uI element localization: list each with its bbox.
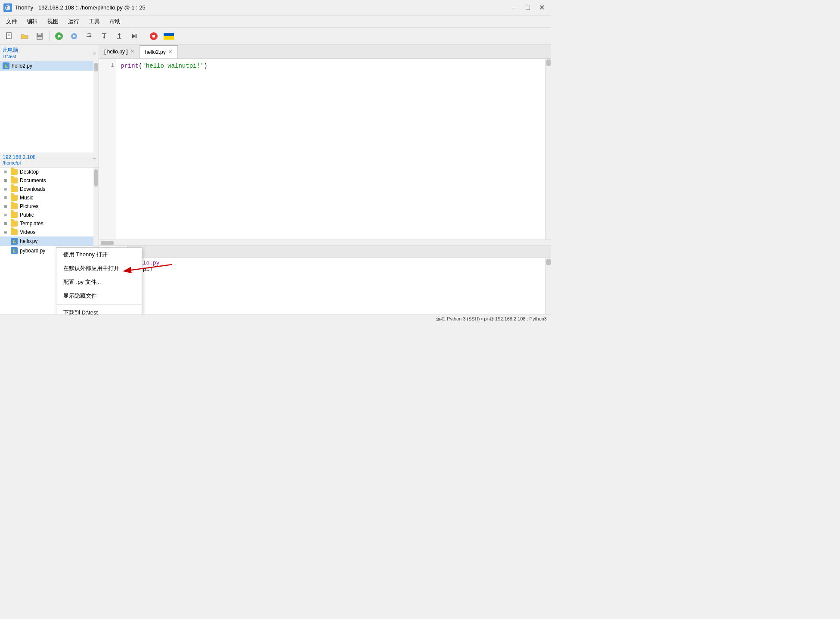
file-item-documents[interactable]: ⊞ Documents bbox=[0, 176, 93, 185]
remote-subtitle: /home/pi bbox=[3, 160, 36, 165]
right-panel: [ hello.py ] ✕ hello2.py ✕ 1 print('hell bbox=[99, 45, 551, 314]
ctx-open-external[interactable]: 在默认外部应用中打开 bbox=[56, 261, 142, 275]
folder-name: Pictures bbox=[20, 203, 38, 209]
folder-icon bbox=[11, 195, 18, 201]
svg-marker-15 bbox=[118, 33, 121, 35]
context-menu: 使用 Thonny 打开 在默认外部应用中打开 配置 .py 文件... 显示隐… bbox=[56, 247, 142, 314]
menu-edit[interactable]: 编辑 bbox=[22, 16, 42, 27]
file-item-music[interactable]: ⊞ Music bbox=[0, 193, 93, 202]
folder-name: Music bbox=[20, 195, 33, 201]
local-subtitle: D:\test bbox=[3, 54, 18, 59]
window-title: Thonny - 192.168.2.108 :: /home/pi/hello… bbox=[15, 4, 146, 11]
status-text: 远程 Python 3 (SSH) • pi @ 192.168.2.108 :… bbox=[436, 316, 547, 322]
expand-icon[interactable]: ⊞ bbox=[3, 195, 9, 201]
menu-file[interactable]: 文件 bbox=[2, 16, 22, 27]
shell-content[interactable]: >>> %Run hello.py hello walnutpi! >> bbox=[99, 258, 545, 314]
flag-button[interactable] bbox=[162, 29, 176, 43]
expand-icon[interactable]: ⊞ bbox=[3, 203, 9, 209]
py-file-icon: 🐍 bbox=[3, 62, 9, 69]
svg-marker-13 bbox=[103, 37, 105, 39]
remote-title[interactable]: 192.168.2.108 bbox=[3, 154, 36, 160]
open-button[interactable] bbox=[18, 29, 31, 43]
ctx-configure-py[interactable]: 配置 .py 文件... bbox=[56, 275, 142, 289]
file-item-desktop[interactable]: ⊞ Desktop bbox=[0, 168, 93, 176]
folder-name: Public bbox=[20, 212, 34, 218]
editor-hscrollbar[interactable] bbox=[99, 240, 551, 246]
expand-icon[interactable]: ⊞ bbox=[3, 212, 9, 218]
step-into-button[interactable] bbox=[97, 29, 111, 43]
ctx-download[interactable]: 下载到 D:\test bbox=[56, 306, 142, 314]
expand-icon[interactable]: ⊞ bbox=[3, 229, 9, 235]
code-line-1: print('hello walnutpi!') bbox=[121, 61, 541, 71]
ctx-separator-1 bbox=[56, 304, 142, 305]
folder-icon bbox=[11, 186, 18, 192]
code-content[interactable]: print('hello walnutpi!') bbox=[116, 59, 545, 240]
expand-icon[interactable]: ⊞ bbox=[3, 177, 9, 184]
tab-close-hello[interactable]: ✕ bbox=[130, 49, 134, 54]
remote-menu-button[interactable]: ≡ bbox=[93, 156, 96, 163]
svg-marker-12 bbox=[90, 35, 92, 37]
close-button[interactable]: ✕ bbox=[536, 3, 548, 13]
svg-marker-17 bbox=[132, 34, 136, 38]
svg-rect-7 bbox=[37, 37, 42, 39]
local-scrollbar[interactable] bbox=[93, 61, 99, 152]
folder-name: Templates bbox=[20, 221, 43, 227]
file-name: pyboard.py bbox=[20, 248, 45, 254]
editor-vscrollbar[interactable] bbox=[545, 59, 551, 240]
folder-icon bbox=[11, 221, 18, 227]
shell-vscrollbar[interactable] bbox=[545, 258, 551, 314]
local-files-header: 此电脑 D:\test ≡ bbox=[0, 45, 99, 61]
debug-button[interactable] bbox=[67, 29, 81, 43]
file-item-pictures[interactable]: ⊞ Pictures bbox=[0, 202, 93, 211]
file-item-templates[interactable]: ⊞ Templates bbox=[0, 219, 93, 228]
menu-view[interactable]: 视图 bbox=[43, 16, 63, 27]
menu-tools[interactable]: 工具 bbox=[84, 16, 104, 27]
app-icon: T bbox=[3, 3, 12, 12]
file-item-downloads[interactable]: ⊞ Downloads bbox=[0, 185, 93, 193]
editor-container: 1 print('hello walnutpi!') bbox=[99, 59, 551, 240]
ctx-open-thonny[interactable]: 使用 Thonny 打开 bbox=[56, 248, 142, 261]
save-button[interactable] bbox=[33, 29, 46, 43]
folder-name: Desktop bbox=[20, 169, 39, 175]
spacer bbox=[3, 238, 9, 244]
new-button[interactable] bbox=[3, 29, 16, 43]
menu-bar: 文件 编辑 视图 运行 工具 帮助 bbox=[0, 16, 551, 28]
folder-icon bbox=[11, 177, 18, 184]
expand-icon[interactable]: ⊞ bbox=[3, 186, 9, 192]
stop-button[interactable] bbox=[147, 29, 161, 43]
ctx-show-hidden[interactable]: 显示隐藏文件 bbox=[56, 289, 142, 303]
step-over-button[interactable] bbox=[82, 29, 96, 43]
step-out-button[interactable] bbox=[112, 29, 126, 43]
local-title[interactable]: 此电脑 bbox=[3, 47, 18, 54]
svg-rect-22 bbox=[164, 36, 174, 40]
file-item-hello-py[interactable]: 🐍 hello.py bbox=[0, 236, 93, 246]
file-item-public[interactable]: ⊞ Public bbox=[0, 211, 93, 219]
toolbar bbox=[0, 28, 551, 45]
svg-text:T: T bbox=[6, 6, 8, 10]
folder-icon bbox=[11, 212, 18, 218]
menu-run[interactable]: 运行 bbox=[64, 16, 84, 27]
maximize-button[interactable]: □ bbox=[522, 3, 534, 13]
expand-icon[interactable]: ⊞ bbox=[3, 169, 9, 175]
file-item-videos[interactable]: ⊞ Videos bbox=[0, 228, 93, 236]
tab-close-hello2[interactable]: ✕ bbox=[168, 49, 172, 55]
py-file-icon: 🐍 bbox=[11, 238, 18, 245]
resume-button[interactable] bbox=[127, 29, 141, 43]
shell-line-cmd: >>> %Run hello.py bbox=[102, 260, 542, 266]
file-item-hello2-py[interactable]: 🐍 hello2.py bbox=[0, 61, 93, 71]
tab-hello2-py[interactable]: hello2.py ✕ bbox=[140, 45, 178, 58]
menu-help[interactable]: 帮助 bbox=[105, 16, 125, 27]
expand-icon[interactable]: ⊞ bbox=[3, 221, 9, 227]
minimize-button[interactable]: – bbox=[508, 3, 520, 13]
shell-panel: Shell ✕ >>> %Run hello.py hello walnutpi… bbox=[99, 246, 551, 314]
run-button[interactable] bbox=[52, 29, 66, 43]
tab-hello-py[interactable]: [ hello.py ] ✕ bbox=[99, 45, 140, 58]
code-editor[interactable]: 1 print('hello walnutpi!') bbox=[99, 59, 545, 240]
local-menu-button[interactable]: ≡ bbox=[93, 50, 96, 56]
svg-rect-21 bbox=[164, 33, 174, 36]
spacer bbox=[3, 248, 9, 254]
folder-name: Downloads bbox=[20, 186, 45, 192]
tab-label: [ hello.py ] bbox=[104, 49, 128, 55]
folder-icon bbox=[11, 203, 18, 209]
file-name: hello.py bbox=[20, 238, 37, 244]
